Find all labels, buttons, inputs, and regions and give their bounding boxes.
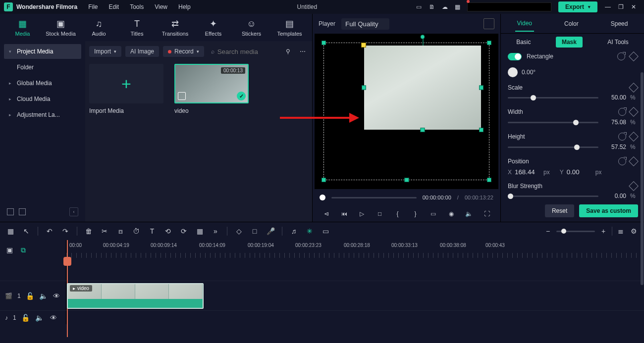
track-lock-icon[interactable]: 🔓 bbox=[26, 292, 34, 300]
tl-grid-icon[interactable]: ▦ bbox=[6, 227, 15, 235]
keyframe-icon[interactable] bbox=[629, 181, 639, 191]
prev-frame-icon[interactable]: ⊲ bbox=[322, 210, 331, 217]
keyframe-icon[interactable] bbox=[629, 83, 639, 93]
marker2-icon[interactable]: □ bbox=[250, 227, 259, 235]
subtab-basic[interactable]: Basic bbox=[510, 37, 537, 48]
new-folder-icon[interactable] bbox=[19, 208, 26, 215]
insp-tab-video[interactable]: Video bbox=[515, 16, 534, 32]
handle-icon[interactable] bbox=[322, 41, 326, 45]
player-viewport[interactable] bbox=[315, 34, 498, 189]
seek-handle[interactable] bbox=[320, 195, 325, 200]
stop-icon[interactable]: □ bbox=[376, 210, 384, 217]
track-mute-icon[interactable]: 🔈 bbox=[35, 314, 44, 322]
tree-folder[interactable]: Folder bbox=[4, 60, 81, 75]
tab-titles[interactable]: TTitles bbox=[118, 19, 156, 37]
more-tools-icon[interactable]: » bbox=[211, 227, 220, 235]
tab-stickers[interactable]: ☺Stickers bbox=[233, 19, 270, 37]
settings-icon[interactable]: ⚙ bbox=[629, 227, 638, 235]
keyframe-icon[interactable] bbox=[629, 156, 639, 166]
save-icon[interactable]: 🗎 bbox=[426, 0, 438, 13]
pos-y-input[interactable] bbox=[567, 168, 592, 176]
window-maximize[interactable]: ❐ bbox=[614, 0, 627, 13]
menu-file[interactable]: File bbox=[88, 3, 98, 10]
camera-icon[interactable]: ◉ bbox=[447, 210, 456, 217]
save-custom-button[interactable]: Save as custom bbox=[579, 204, 638, 217]
import-button[interactable]: Import▾ bbox=[89, 46, 121, 57]
pos-x-input[interactable] bbox=[515, 168, 540, 176]
insp-tab-speed[interactable]: Speed bbox=[609, 16, 630, 31]
width-value[interactable]: 75.08 bbox=[602, 119, 626, 126]
handle-icon[interactable] bbox=[479, 86, 483, 90]
handle-icon[interactable] bbox=[404, 178, 409, 182]
crop-icon[interactable]: ⧈ bbox=[116, 227, 125, 236]
menu-edit[interactable]: Edit bbox=[108, 3, 119, 10]
height-value[interactable]: 57.52 bbox=[602, 144, 626, 150]
link-icon[interactable]: ⧉ bbox=[19, 246, 28, 254]
track-mute-icon[interactable]: 🔈 bbox=[39, 292, 48, 300]
mixer-icon[interactable]: ♬ bbox=[289, 227, 298, 235]
handle-icon[interactable] bbox=[487, 178, 491, 182]
insp-tab-color[interactable]: Color bbox=[562, 16, 581, 31]
handle-icon[interactable] bbox=[479, 128, 483, 132]
tab-audio[interactable]: ♫Audio bbox=[80, 19, 117, 37]
blur-value[interactable]: 0.00 bbox=[602, 193, 626, 199]
tree-adjustment-layer[interactable]: ▸Adjustment La... bbox=[4, 107, 81, 122]
subtab-mask[interactable]: Mask bbox=[556, 37, 583, 48]
step-back-icon[interactable]: ⏮ bbox=[340, 210, 349, 217]
tab-media[interactable]: ▦Media bbox=[4, 18, 41, 37]
blur-slider[interactable] bbox=[508, 196, 598, 197]
tree-project-media[interactable]: ▾Project Media bbox=[4, 44, 81, 59]
redo-icon[interactable]: ↷ bbox=[61, 227, 70, 235]
clip-import-media[interactable]: + Import Media bbox=[89, 64, 163, 114]
new-bin-icon[interactable] bbox=[7, 208, 14, 215]
window-minimize[interactable]: — bbox=[601, 0, 614, 13]
color-icon[interactable]: ▦ bbox=[195, 227, 204, 235]
track-lock-icon[interactable]: 🔓 bbox=[21, 314, 30, 322]
subtab-ai-tools[interactable]: AI Tools bbox=[601, 37, 634, 48]
menu-help[interactable]: Help bbox=[178, 3, 191, 10]
width-slider[interactable] bbox=[508, 122, 598, 123]
tab-stock-media[interactable]: ▣Stock Media bbox=[42, 18, 79, 37]
track-add-icon[interactable]: ▣ bbox=[5, 246, 14, 254]
keyframe-icon[interactable] bbox=[629, 132, 639, 142]
cut-icon[interactable]: ✂ bbox=[100, 227, 109, 235]
keyframe-icon[interactable] bbox=[629, 107, 639, 117]
mask-toggle[interactable] bbox=[508, 53, 522, 60]
zoom-in-icon[interactable]: + bbox=[599, 227, 608, 235]
track-visible-icon[interactable]: 👁 bbox=[49, 314, 58, 322]
tab-effects[interactable]: ✦Effects bbox=[195, 18, 232, 37]
device-icon[interactable]: ▭ bbox=[413, 0, 426, 13]
handle-icon[interactable] bbox=[487, 41, 491, 45]
origin-handle-icon[interactable] bbox=[361, 43, 366, 48]
tree-global-media[interactable]: ▸Global Media bbox=[4, 76, 81, 91]
mark-in-icon[interactable]: { bbox=[393, 210, 402, 217]
text-icon[interactable]: T bbox=[148, 227, 157, 235]
frame-icon[interactable]: ▭ bbox=[321, 227, 330, 235]
mic-icon[interactable]: 🎤 bbox=[266, 227, 275, 235]
scale-slider[interactable] bbox=[508, 97, 598, 98]
reset-icon[interactable] bbox=[618, 133, 626, 141]
search-input[interactable] bbox=[217, 48, 275, 55]
seek-bar[interactable] bbox=[331, 197, 417, 198]
clip-video[interactable]: 00:00:13 ✓ video bbox=[174, 64, 249, 114]
fullscreen-icon[interactable]: ⛶ bbox=[483, 210, 491, 217]
rotate-handle-icon[interactable] bbox=[421, 35, 425, 39]
undo-icon[interactable]: ↶ bbox=[45, 227, 54, 235]
tl-select-icon[interactable]: ↖ bbox=[22, 227, 31, 235]
collapse-tree-icon[interactable]: ‹ bbox=[69, 207, 78, 216]
rotate-left-icon[interactable]: ⟲ bbox=[163, 227, 172, 235]
tab-transitions[interactable]: ⇄Transitions bbox=[157, 18, 194, 37]
export-button[interactable]: Export ▾ bbox=[558, 1, 597, 12]
record-button[interactable]: Record▾ bbox=[163, 46, 204, 57]
tab-templates[interactable]: ▤Templates bbox=[271, 18, 308, 37]
track-visible-icon[interactable]: 👁 bbox=[53, 292, 61, 300]
timeline-ruler[interactable]: 00:00 00:00:04:19 00:00:09:14 00:00:14:0… bbox=[66, 240, 644, 260]
rotate-right-icon[interactable]: ⟳ bbox=[179, 227, 188, 235]
window-close[interactable]: ✕ bbox=[627, 0, 640, 13]
auto-icon[interactable]: ✳ bbox=[305, 227, 314, 235]
mark-out-icon[interactable]: } bbox=[411, 210, 420, 217]
filter-icon[interactable]: ⚲ bbox=[282, 46, 293, 57]
cloud-icon[interactable]: ☁ bbox=[438, 0, 451, 13]
rotation-dial[interactable] bbox=[508, 67, 518, 77]
timeline-clip[interactable]: ▸video bbox=[67, 283, 204, 309]
